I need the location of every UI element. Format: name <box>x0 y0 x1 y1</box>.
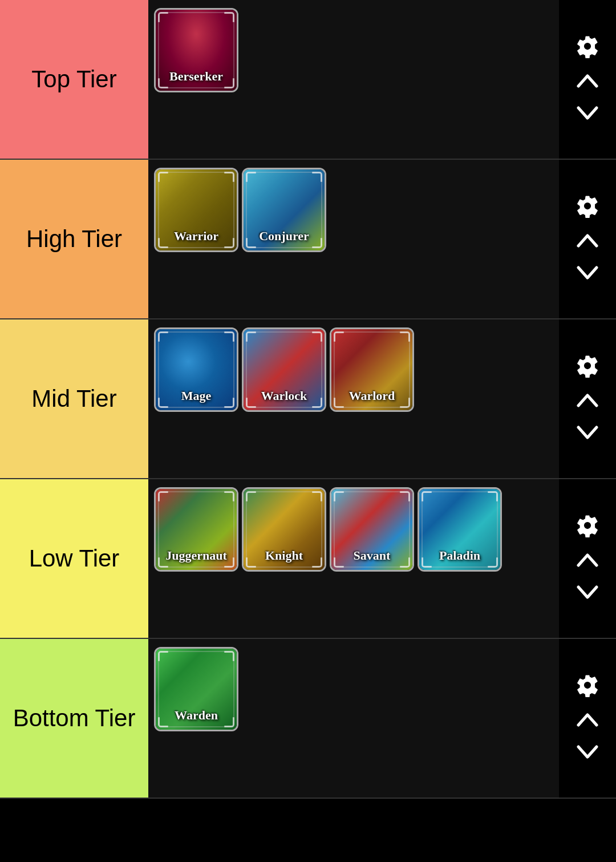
card-label: Berserker <box>156 69 237 84</box>
tier-row-bottom: Bottom Tier Warden <box>0 639 616 799</box>
card-label: Mage <box>156 388 237 403</box>
down-button-high[interactable] <box>574 261 601 287</box>
tier-controls-high <box>559 160 616 318</box>
class-card-warrior[interactable]: Warrior <box>154 168 238 252</box>
gear-button-top[interactable] <box>573 32 602 63</box>
tier-controls-mid <box>559 319 616 478</box>
down-button-low[interactable] <box>574 580 601 606</box>
card-label: Warden <box>156 708 237 723</box>
chevron-down-icon <box>576 104 599 122</box>
card-label: Warlock <box>244 388 325 403</box>
class-card-knight[interactable]: Knight <box>242 487 326 572</box>
class-card-savant[interactable]: Savant <box>330 487 414 572</box>
up-button-top[interactable] <box>574 69 601 95</box>
class-card-warden[interactable]: Warden <box>154 647 238 731</box>
tier-row-low: Low Tier Juggernaut Knight Savant <box>0 479 616 639</box>
tier-label-bottom: Bottom Tier <box>0 639 148 798</box>
class-card-paladin[interactable]: Paladin <box>418 487 502 572</box>
tier-controls-top <box>559 0 616 159</box>
tier-label-mid: Mid Tier <box>0 319 148 478</box>
down-button-mid[interactable] <box>574 420 601 447</box>
chevron-up-icon <box>576 552 599 569</box>
tier-content-high: Warrior Conjurer <box>148 160 559 318</box>
tier-content-low: Juggernaut Knight Savant Paladin <box>148 479 559 638</box>
tier-label-top: Top Tier <box>0 0 148 159</box>
down-button-bottom[interactable] <box>574 740 601 766</box>
gear-button-high[interactable] <box>573 192 602 223</box>
chevron-down-icon <box>576 424 599 441</box>
tier-label-high: High Tier <box>0 160 148 318</box>
down-button-top[interactable] <box>574 101 601 127</box>
tier-content-bottom: Warden <box>148 639 559 798</box>
card-label: Warrior <box>156 229 237 244</box>
card-label: Savant <box>331 548 412 563</box>
up-button-high[interactable] <box>574 229 601 255</box>
chevron-up-icon <box>576 72 599 90</box>
up-button-bottom[interactable] <box>574 708 601 734</box>
class-card-warlord[interactable]: Warlord <box>330 327 414 412</box>
card-label: Juggernaut <box>156 548 237 563</box>
gear-button-low[interactable] <box>573 511 602 543</box>
card-label: Knight <box>244 548 325 563</box>
class-card-berserker[interactable]: Berserker <box>154 8 238 92</box>
gear-button-mid[interactable] <box>573 351 602 383</box>
class-card-mage[interactable]: Mage <box>154 327 238 412</box>
tier-row-mid: Mid Tier Mage Warlock Warlord <box>0 319 616 479</box>
up-button-mid[interactable] <box>574 388 601 415</box>
tier-content-top: Berserker <box>148 0 559 159</box>
card-label: Warlord <box>331 388 412 403</box>
up-button-low[interactable] <box>574 548 601 574</box>
class-card-warlock[interactable]: Warlock <box>242 327 326 412</box>
tier-row-high: High Tier Warrior Conjurer <box>0 160 616 319</box>
chevron-down-icon <box>576 264 599 281</box>
chevron-up-icon <box>576 232 599 249</box>
tier-controls-low <box>559 479 616 638</box>
tier-content-mid: Mage Warlock Warlord <box>148 319 559 478</box>
card-label: Conjurer <box>244 229 325 244</box>
class-card-conjurer[interactable]: Conjurer <box>242 168 326 252</box>
tier-row-top: Top Tier Berserker <box>0 0 616 160</box>
tier-controls-bottom <box>559 639 616 798</box>
chevron-up-icon <box>576 711 599 729</box>
chevron-down-icon <box>576 743 599 760</box>
chevron-down-icon <box>576 584 599 601</box>
gear-button-bottom[interactable] <box>573 671 602 702</box>
card-label: Paladin <box>419 548 500 563</box>
class-card-juggernaut[interactable]: Juggernaut <box>154 487 238 572</box>
tier-label-low: Low Tier <box>0 479 148 638</box>
chevron-up-icon <box>576 392 599 409</box>
